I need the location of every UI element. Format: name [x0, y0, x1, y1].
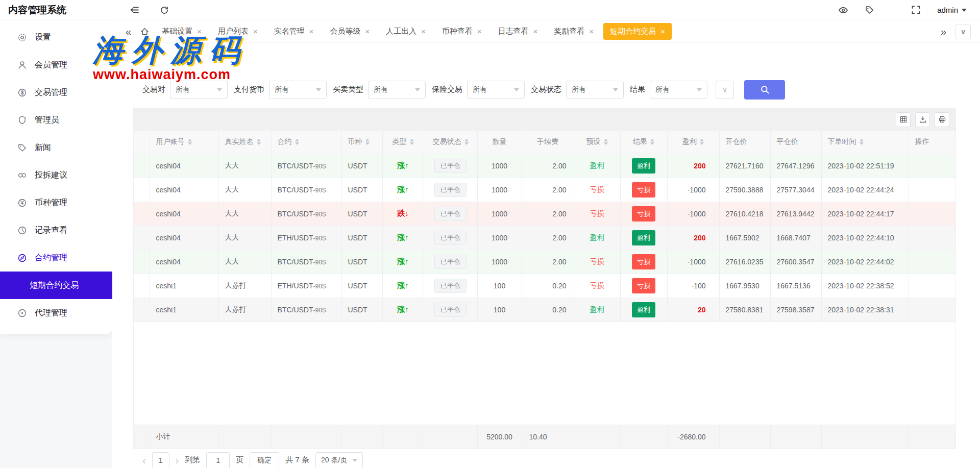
page-size-select[interactable]: 20 条/页: [315, 452, 363, 468]
tab-close-icon[interactable]: ×: [477, 28, 482, 35]
table-body: ceshi04 大大 BTC/USDT-90S USDT 涨↑ 已平仓 1000…: [134, 154, 955, 322]
sidebar-item[interactable]: 币种管理: [0, 189, 112, 216]
page-number-button[interactable]: 1: [152, 452, 169, 468]
sort-icon[interactable]: [700, 139, 704, 145]
column-header[interactable]: 类型: [382, 131, 424, 154]
tabs-scroll-right-button[interactable]: »: [938, 27, 949, 37]
column-header[interactable]: 合约: [271, 131, 341, 154]
tab-close-icon[interactable]: ×: [660, 28, 665, 35]
tab-close-icon[interactable]: ×: [589, 28, 594, 35]
column-header[interactable]: 预设: [574, 131, 620, 154]
contract-period: -90S: [313, 235, 326, 242]
cell-contract: BTC/USDT-90S: [271, 298, 341, 322]
tabs-scroll-left-button[interactable]: «: [122, 27, 134, 37]
sort-icon[interactable]: [650, 139, 654, 145]
tab-close-icon[interactable]: ×: [253, 28, 258, 35]
sidebar-item[interactable]: 新闻: [0, 134, 112, 161]
cell-real-name: 大大: [218, 178, 271, 202]
cell-contract: ETH/USDT-90S: [271, 274, 341, 298]
sort-icon[interactable]: [188, 139, 192, 145]
sidebar-item[interactable]: 代理管理: [0, 299, 112, 327]
sort-icon[interactable]: [365, 139, 370, 145]
direction-arrow-icon: ↑: [405, 161, 409, 169]
sidebar-item[interactable]: 交易管理: [0, 79, 112, 106]
subtotal-fee: 10.40: [522, 425, 574, 449]
column-header[interactable]: 下单时间: [821, 131, 909, 154]
column-header[interactable]: 盈利: [667, 131, 719, 154]
collapse-filters-button[interactable]: ∨: [716, 81, 734, 99]
tab[interactable]: 人工出入 ×: [379, 23, 432, 40]
sidebar-collapse-button[interactable]: [130, 5, 139, 15]
sidebar-item-icon: [17, 88, 27, 97]
table-row: ceshi1 大苏打 BTC/USDT-90S USDT 涨↑ 已平仓 100 …: [134, 298, 955, 322]
column-header[interactable]: 数量: [477, 131, 522, 154]
column-label: 操作: [915, 137, 929, 146]
cell-order-time: 2023-10-02 22:44:17: [821, 202, 909, 226]
next-page-button[interactable]: ›: [176, 455, 179, 465]
column-settings-button[interactable]: [896, 112, 911, 127]
column-header[interactable]: [134, 131, 150, 154]
column-header[interactable]: 开仓价: [719, 131, 770, 154]
tabs-menu-button[interactable]: ∨: [955, 24, 971, 39]
tab-close-icon[interactable]: ×: [197, 28, 202, 35]
filter-select[interactable]: 所有: [170, 81, 228, 99]
sidebar-item[interactable]: 合约管理: [0, 244, 112, 272]
filter-select[interactable]: 所有: [650, 81, 707, 99]
tab[interactable]: 基础设置 ×: [155, 23, 208, 40]
print-button[interactable]: [935, 112, 949, 127]
tab[interactable]: 用户列表 ×: [211, 23, 264, 40]
filter-select[interactable]: 所有: [467, 81, 525, 99]
tab[interactable]: 奖励查看 ×: [547, 23, 600, 40]
column-header[interactable]: 交易状态: [424, 131, 477, 154]
column-header[interactable]: 操作: [909, 131, 955, 154]
sidebar-item[interactable]: 短期合约交易: [0, 272, 112, 299]
column-label: 预设: [586, 137, 601, 146]
tab-close-icon[interactable]: ×: [533, 28, 538, 35]
column-header[interactable]: 手续费: [522, 131, 574, 154]
tab[interactable]: 实名管理 ×: [267, 23, 321, 40]
tab[interactable]: 日志查看 ×: [492, 23, 545, 40]
filter-select[interactable]: 所有: [368, 81, 426, 99]
filter-select[interactable]: 所有: [269, 81, 327, 99]
data-table-card: 用户账号 真实姓名: [133, 108, 956, 449]
sort-icon[interactable]: [464, 139, 469, 145]
home-tab-button[interactable]: [137, 27, 152, 36]
column-header[interactable]: 结果: [620, 131, 667, 154]
tab[interactable]: 会员等级 ×: [323, 23, 376, 40]
search-button[interactable]: [744, 80, 785, 100]
sidebar-item[interactable]: 设置: [0, 23, 112, 51]
sidebar-item[interactable]: 记录查看: [0, 216, 112, 244]
column-header[interactable]: 币种: [341, 131, 382, 154]
monitor-button[interactable]: [838, 5, 848, 15]
sort-icon[interactable]: [410, 139, 414, 145]
export-button[interactable]: [915, 112, 930, 127]
goto-page-input[interactable]: [206, 452, 230, 468]
column-header[interactable]: 平仓价: [770, 131, 821, 154]
filter-select[interactable]: 所有: [566, 81, 624, 99]
sidebar-item[interactable]: 管理员: [0, 106, 112, 134]
sort-icon[interactable]: [257, 139, 261, 145]
tab[interactable]: 短期合约交易 ×: [603, 23, 672, 40]
tab[interactable]: 币种查看 ×: [435, 23, 488, 40]
goto-confirm-button[interactable]: 确定: [250, 452, 279, 468]
tab-close-icon[interactable]: ×: [421, 28, 426, 35]
tag-button[interactable]: [865, 5, 874, 15]
cell-account: ceshi1: [150, 274, 218, 298]
direction-arrow-icon: ↑: [405, 185, 409, 193]
column-header[interactable]: 真实姓名: [218, 131, 271, 154]
sidebar-item[interactable]: 投拆建议: [0, 161, 112, 189]
cell-quantity: 1000: [477, 250, 522, 274]
sort-icon[interactable]: [860, 139, 864, 145]
user-menu[interactable]: admin: [937, 6, 967, 14]
sidebar-item[interactable]: 会员管理: [0, 51, 112, 79]
tab-close-icon[interactable]: ×: [365, 28, 370, 35]
column-header[interactable]: 用户账号: [150, 131, 218, 154]
cell-preset: 亏损: [574, 274, 620, 298]
sort-icon[interactable]: [295, 139, 299, 145]
tab-close-icon[interactable]: ×: [309, 28, 314, 35]
prev-page-button[interactable]: ‹: [142, 455, 146, 465]
table-row: ceshi04 大大 BTC/USDT-90S USDT 涨↑ 已平仓 1000…: [134, 250, 955, 274]
refresh-button[interactable]: [160, 6, 169, 15]
sort-icon[interactable]: [604, 139, 608, 145]
fullscreen-button[interactable]: [911, 5, 921, 15]
